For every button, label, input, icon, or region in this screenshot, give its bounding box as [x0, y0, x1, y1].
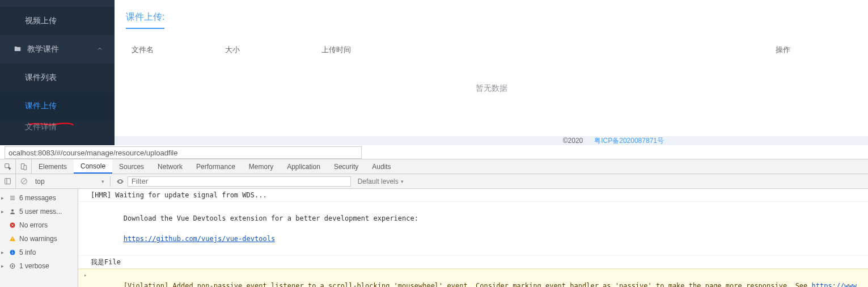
- chevron-up-icon: [96, 45, 103, 54]
- col-filename: 文件名: [126, 45, 225, 55]
- sidebar-item-label: 课件上传: [25, 101, 57, 111]
- col-operation: 操作: [709, 45, 857, 55]
- page-title: 课件上传:: [126, 11, 164, 29]
- sidebar-item-label: 课件列表: [25, 73, 57, 83]
- sidebar-item-file-detail[interactable]: 文件详情: [0, 120, 115, 134]
- icp-link[interactable]: 粤ICP备2020087871号: [594, 136, 664, 146]
- col-size: 大小: [225, 45, 321, 55]
- sidebar-group-courseware[interactable]: 教学课件: [0, 35, 115, 64]
- sidebar-item-label: 教学课件: [27, 44, 96, 54]
- folder-icon: [14, 45, 22, 54]
- file-table: 文件名 大小 上传时间 操作 暂无数据: [126, 38, 857, 115]
- app-window: 视频上传 教学课件 课件列表 课件上传 文件详情 课件上传:: [0, 0, 868, 145]
- copyright: ©2020: [563, 137, 583, 145]
- sidebar-item-courseware-list[interactable]: 课件列表: [0, 64, 115, 92]
- main-content: 课件上传: 文件名 大小 上传时间 操作 暂无数据: [115, 0, 868, 145]
- sidebar-item-label: 文件详情: [25, 122, 57, 132]
- sidebar-item-label: 视频上传: [25, 16, 57, 26]
- sidebar-item-courseware-upload[interactable]: 课件上传: [0, 92, 115, 120]
- col-uploadtime: 上传时间: [321, 45, 709, 55]
- sidebar-item-video-upload[interactable]: 视频上传: [0, 7, 115, 35]
- table-empty: 暂无数据: [126, 62, 857, 115]
- sidebar: 视频上传 教学课件 课件列表 课件上传 文件详情: [0, 0, 115, 145]
- table-header: 文件名 大小 上传时间 操作: [126, 38, 857, 62]
- sidebar-item-cut[interactable]: [0, 0, 115, 7]
- footer: ©2020 粤ICP备2020087871号: [115, 136, 868, 145]
